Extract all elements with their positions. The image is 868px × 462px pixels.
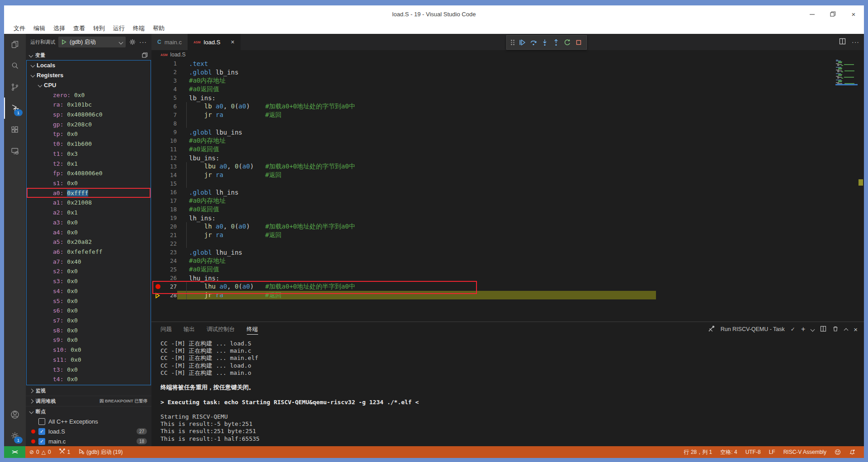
menu-item-文件[interactable]: 文件 — [9, 24, 29, 33]
extensions-icon[interactable] — [4, 119, 26, 140]
register-row-t2[interactable]: t2: 0x1 — [27, 159, 151, 168]
tab-main.c[interactable]: Cmain.c — [151, 34, 188, 50]
maximize-panel-icon[interactable] — [844, 328, 849, 332]
step-over-button[interactable] — [528, 37, 539, 48]
line-number[interactable]: 1 — [151, 60, 183, 67]
line-number[interactable]: 20 — [151, 223, 183, 230]
run-and-debug-icon[interactable]: 1 — [4, 98, 26, 119]
breakpoint-checkbox[interactable] — [38, 418, 45, 425]
register-row-t4[interactable]: t4: 0x0 — [27, 374, 151, 384]
menu-item-查看[interactable]: 查看 — [69, 24, 89, 33]
line-number[interactable]: 8 — [151, 120, 183, 127]
watch-section-header[interactable]: 监视 — [26, 385, 151, 396]
remote-indicator[interactable]: >< — [4, 446, 25, 458]
line-number[interactable]: 26 — [151, 275, 183, 281]
line-number[interactable]: 5 — [151, 94, 183, 101]
more-actions-icon[interactable]: ··· — [852, 38, 859, 46]
register-row-s4[interactable]: s4: 0x0 — [27, 286, 151, 296]
code-line[interactable]: 18#a0返回值 — [151, 205, 864, 214]
accounts-icon[interactable] — [4, 404, 26, 425]
notifications-bell-icon[interactable] — [845, 449, 859, 455]
feedback-icon[interactable] — [830, 449, 845, 455]
register-row-ra[interactable]: ra: 0x101bc — [27, 100, 151, 110]
line-number[interactable]: 6 — [151, 103, 183, 110]
menu-item-终端[interactable]: 终端 — [129, 24, 149, 33]
stop-button[interactable] — [573, 37, 584, 48]
line-number[interactable]: 9 — [151, 129, 183, 135]
minimap[interactable] — [835, 60, 858, 100]
tree-group-Locals[interactable]: Locals — [27, 61, 151, 70]
register-row-a0[interactable]: a0: 0xffff — [27, 188, 151, 198]
line-number[interactable]: 11 — [151, 146, 183, 153]
code-line[interactable]: 25#a0返回值 — [151, 265, 864, 274]
register-row-t3[interactable]: t3: 0x0 — [27, 364, 151, 374]
register-row-a6[interactable]: a6: 0xfefefeff — [27, 247, 151, 257]
line-number[interactable]: 19 — [151, 215, 183, 221]
close-panel-icon[interactable]: × — [854, 326, 858, 333]
register-row-zero[interactable]: zero: 0x0 — [27, 90, 151, 100]
terminal-task-label[interactable]: Run RISCV-QEMU - Task — [721, 326, 785, 332]
panel-tab-输出[interactable]: 输出 — [184, 326, 195, 333]
line-number[interactable]: 15 — [151, 180, 183, 187]
line-number[interactable]: 13 — [151, 163, 183, 170]
code-line[interactable]: 19lh_ins: — [151, 214, 864, 222]
line-number[interactable]: 16 — [151, 189, 183, 196]
menu-item-选择[interactable]: 选择 — [49, 24, 69, 33]
code-line[interactable]: 20 lh a0, 0(a0) #加载a0+0地址处的半字到a0中 — [151, 222, 864, 231]
debug-settings-gear-icon[interactable] — [129, 38, 136, 46]
split-editor-icon[interactable] — [839, 38, 846, 47]
code-line[interactable]: 24#a0内存地址 — [151, 257, 864, 265]
code-line[interactable]: 1.text — [151, 59, 864, 68]
split-terminal-icon[interactable] — [820, 326, 826, 333]
register-row-a3[interactable]: a3: 0x0 — [27, 218, 151, 228]
code-line[interactable]: 10#a0内存地址 — [151, 136, 864, 145]
callstack-section-header[interactable]: 调用堆栈 因 BREAKPOINT 已暂停 — [26, 396, 151, 406]
code-line[interactable]: 16.globl lh_ins — [151, 188, 864, 196]
register-row-s11[interactable]: s11: 0x0 — [27, 355, 151, 365]
line-number[interactable]: 2 — [151, 69, 183, 75]
menu-item-编辑[interactable]: 编辑 — [29, 24, 49, 33]
remote-explorer-icon[interactable] — [4, 140, 26, 161]
register-row-s10[interactable]: s10: 0x0 — [27, 345, 151, 355]
code-line[interactable]: 13 lbu a0, 0(a0) #加载a0+0地址处的字节到a0中 — [151, 162, 864, 171]
register-row-s8[interactable]: s8: 0x0 — [27, 325, 151, 335]
register-row-s7[interactable]: s7: 0x0 — [27, 316, 151, 326]
breakpoint-checkbox[interactable]: ✓ — [38, 428, 45, 435]
register-row-a7[interactable]: a7: 0x40 — [27, 257, 151, 266]
menu-item-运行[interactable]: 运行 — [109, 24, 129, 33]
variables-panel-icon[interactable] — [142, 52, 148, 58]
line-number[interactable]: 4 — [151, 86, 183, 93]
restore-button[interactable] — [822, 5, 843, 23]
panel-tab-问题[interactable]: 问题 — [160, 326, 172, 333]
code-line[interactable]: 2.globl lb_ins — [151, 68, 864, 76]
register-row-a1[interactable]: a1: 0x21008 — [27, 198, 151, 208]
cursor-position[interactable]: 行 28，列 1 — [680, 448, 717, 456]
restart-button[interactable] — [561, 37, 573, 48]
variables-tree[interactable]: LocalsRegistersCPUzero: 0x0ra: 0x101bcsp… — [26, 60, 151, 385]
close-tab-icon[interactable]: × — [231, 38, 234, 46]
source-control-icon[interactable] — [4, 76, 26, 98]
tree-group-Registers[interactable]: Registers — [27, 70, 151, 80]
register-row-s6[interactable]: s6: 0x0 — [27, 306, 151, 316]
line-number[interactable]: 22 — [151, 240, 183, 247]
breakpoint-item-load.S[interactable]: ✓load.S27 — [26, 426, 151, 436]
terminal-output[interactable]: CC -[M] 正在构建 ... load.SCC -[M] 正在构建 ... … — [151, 336, 864, 446]
close-button[interactable]: × — [843, 5, 864, 23]
code-line[interactable]: 5lb_ins: — [151, 93, 864, 102]
step-into-button[interactable] — [539, 37, 550, 48]
new-terminal-button[interactable]: + — [801, 325, 805, 333]
line-number[interactable]: 14 — [151, 172, 183, 178]
line-number[interactable]: 25 — [151, 266, 183, 273]
code-editor[interactable]: 1.text2.globl lb_ins3#a0内存地址4#a0返回值5lb_i… — [151, 59, 864, 322]
explorer-icon[interactable] — [4, 34, 26, 55]
search-icon[interactable] — [4, 55, 26, 76]
code-line[interactable]: 3#a0内存地址 — [151, 76, 864, 85]
breakpoint-item-All C++ Exceptions[interactable]: All C++ Exceptions — [26, 416, 151, 426]
register-row-s9[interactable]: s9: 0x0 — [27, 335, 151, 345]
drag-handle-icon[interactable] — [511, 40, 514, 45]
line-number[interactable]: 17 — [151, 197, 183, 204]
line-number[interactable]: 18 — [151, 206, 183, 213]
breakpoint-checkbox[interactable]: ✓ — [38, 438, 45, 445]
code-line[interactable]: 6 lb a0, 0(a0) #加载a0+0地址处的字节到a0中 — [151, 102, 864, 111]
line-number[interactable]: 7 — [151, 112, 183, 118]
